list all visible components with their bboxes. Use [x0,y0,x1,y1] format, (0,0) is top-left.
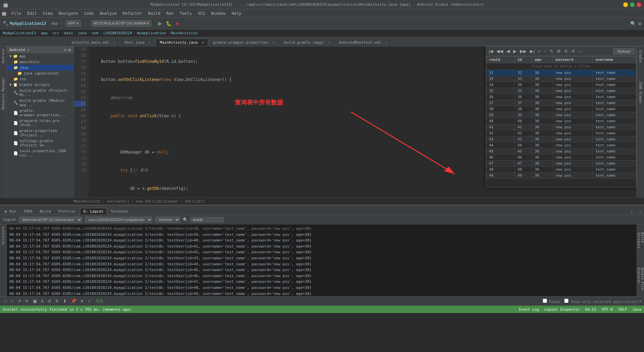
filter-placeholder[interactable]: Click here to define a filter [489,64,633,69]
build-variants-tab[interactable]: Build Variants [636,231,644,253]
tree-gradle-scripts[interactable]: ▼ 📋 Gradle Scripts [7,82,73,88]
gradle-tab[interactable]: Gradle [638,49,643,64]
db-bottom-arrow[interactable]: ↗ [16,298,22,304]
table-row[interactable]: 474730new psstest_name [486,161,636,167]
tree-build-gradle-project[interactable]: 🔧 build.gradle (Project: My... [7,88,73,98]
bc-com[interactable]: com [92,31,98,35]
stop-button[interactable]: ■ [174,20,180,27]
db-close[interactable]: ✕ [563,48,569,54]
tab-build-gradle[interactable]: build.gradle (app) × [279,39,334,46]
db-nav-prev-page[interactable]: ◀◀ [495,48,504,54]
log-level-selector[interactable]: Verbose [155,217,180,223]
menu-refactor[interactable]: Refactor [120,10,145,16]
tree-proguard[interactable]: 📄 proguard-rules.pro (ProG... [7,118,73,128]
bc-src[interactable]: src [52,31,59,35]
tree-local-properties[interactable]: 📄 local.properties (SDK Loc... [7,148,73,158]
menu-tools[interactable]: Tools [177,10,195,16]
logcat-search-input[interactable] [191,217,224,222]
db-nav-prev[interactable]: ◀ [505,48,511,54]
db-reload[interactable]: ↺ [570,48,576,54]
module-selector[interactable]: APP ▾ [66,20,81,27]
table-row[interactable]: 444430new psstest_name [486,142,636,148]
db-nav-last[interactable]: ▶| [529,48,536,54]
json-viewer-tab[interactable]: JSON Viewer [638,80,643,105]
table-row[interactable]: 333330new psstest_name [486,76,636,82]
layout-inspector[interactable]: Layout Inspector [544,307,580,312]
minimize-button[interactable]: − [623,2,628,7]
tab-activity-main[interactable]: activity_main.xml × [67,39,120,46]
tab-mainactivity[interactable]: MainActivity.java × [156,39,208,46]
table-row[interactable]: 424230new psstest_name [486,130,636,136]
table-row[interactable]: 404030new psstest_name [486,118,636,124]
db-nav-first[interactable]: |◀ [487,48,494,54]
db-settings[interactable]: ⚙ [555,48,562,54]
tree-app[interactable]: ▼ 📁 app [7,53,73,59]
db-bottom-undo[interactable]: ↺ [46,298,53,304]
table-row[interactable]: 353530new psstest_name [486,88,636,94]
tab-run[interactable]: ▶ Run [1,208,20,215]
bottom-panel-close[interactable]: − [636,210,644,215]
table-row[interactable]: 343430new psstest_name [486,82,636,88]
tab-androidmanifest[interactable]: AndroidManifest.xml × [335,39,392,46]
menu-window[interactable]: Window [208,10,228,16]
tree-gradle-properties[interactable]: 📄 gradle.properties (Project... [7,128,73,138]
bottom-panel-menu[interactable]: ⋮ [627,210,636,215]
show-selected-checkbox[interactable] [564,299,569,303]
resource-manager-tab[interactable]: Resource Manager [1,76,6,111]
bc-java[interactable]: java [78,31,87,35]
tree-java[interactable]: 📁 java [7,65,73,71]
tab-logcat[interactable]: 6: Logcat [80,208,107,215]
menu-view[interactable]: View [40,10,55,16]
table-row[interactable]: 434330new psstest_name [486,136,636,142]
debug-button[interactable]: 🐛 [165,20,173,27]
menu-file[interactable]: File [9,10,24,16]
tab-terminal[interactable]: Terminal [107,208,132,215]
tree-build-gradle-module[interactable]: 🔧 build.gradle (Module: app... [7,98,73,108]
table-row[interactable]: 484830new psstest_name [486,167,636,173]
db-edit-row[interactable]: ✎ [548,48,555,54]
bc-myapp[interactable]: MyApplication13 [3,31,36,35]
tab-todo[interactable]: TODO [20,208,36,215]
table-row[interactable]: 414130new psstest_name [486,124,636,130]
table-row[interactable]: 323230new psstest_name [486,70,636,76]
dropdown-icon[interactable]: ▾ [639,299,641,304]
table-row[interactable]: 363630new psstest_name [486,94,636,100]
bc-pkg[interactable]: c201801020224 [103,31,132,35]
menu-edit[interactable]: Edit [24,10,40,16]
bc-main[interactable]: main [64,31,73,35]
db-bottom-export[interactable]: ⬇ [62,298,68,304]
device-file-explorer-tab[interactable]: Device File Explorer [636,266,644,296]
menu-help[interactable]: Help [229,10,244,16]
run-button[interactable]: ▶ [157,19,163,27]
db-bottom-done[interactable]: 完成 [94,298,104,304]
menu-build[interactable]: Build [146,10,163,16]
refresh-button[interactable]: Refresh [613,48,635,54]
table-row[interactable]: 383830new psstest_name [486,106,636,112]
bc-mainactivity[interactable]: MainActivity [171,31,197,35]
android-tool-tab[interactable]: Android [1,48,6,64]
maximize-button[interactable]: □ [630,2,635,7]
table-row[interactable]: 373730new psstest_name [486,100,636,106]
db-bottom-pin[interactable]: 📌 [69,298,77,304]
structure-tab[interactable]: Structure [1,226,6,245]
table-row[interactable]: 494930new psstest_name [486,173,636,179]
db-bottom-rect[interactable]: □ [3,298,8,304]
settings-icon[interactable]: ⚙ [639,21,641,26]
device-selector[interactable]: MOTOROLA AOSP ON SHAMA ▾ [91,20,151,27]
db-bottom-text[interactable]: A [40,298,45,304]
logcat-output[interactable]: 08-04 15:17:54.767 6505-6505/com.c201801… [7,224,637,296]
db-nav-next[interactable]: ▶ [512,48,518,54]
search-everywhere-icon[interactable]: 🔍 [630,21,636,26]
menu-run[interactable]: Run [164,10,176,16]
close-button[interactable]: × [637,2,641,7]
package-selector[interactable]: com.c201801020224.myapplicatio [85,217,152,223]
db-add-row[interactable]: + [537,48,542,54]
db-bottom-circle[interactable]: ○ [9,298,15,304]
db-bottom-redo[interactable]: ↻ [54,298,60,304]
tree-gradle-wrapper-props[interactable]: 📄 gradle-wrapper.properties... [7,108,73,118]
event-log[interactable]: Event Log [519,307,539,312]
db-more[interactable]: ⋯ [577,48,584,54]
table-row[interactable]: 393930new psstest_name [486,112,636,118]
tree-res[interactable]: 📁 res [7,76,73,82]
tab-build[interactable]: Build [36,208,55,215]
